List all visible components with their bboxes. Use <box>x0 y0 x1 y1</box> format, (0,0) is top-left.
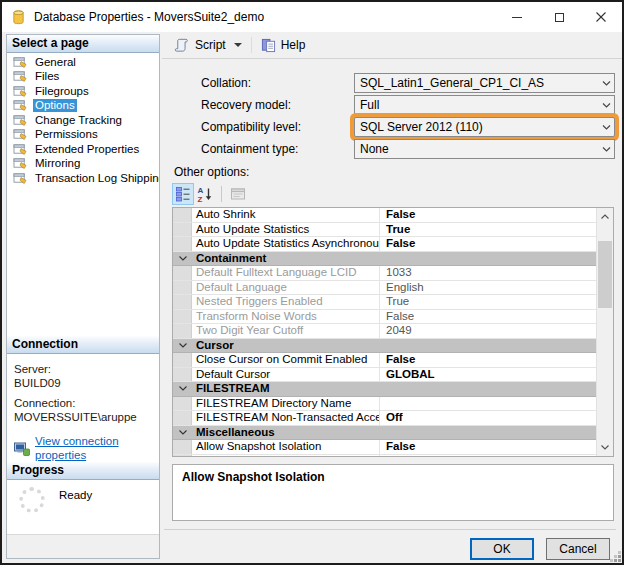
minimize-icon <box>512 17 522 18</box>
chevron-down-icon[interactable] <box>173 339 192 353</box>
scroll-up-button[interactable] <box>597 209 613 224</box>
grid-property-row[interactable]: Default Cursor GLOBAL <box>173 368 596 383</box>
page-icon <box>13 70 28 83</box>
description-panel: Allow Snapshot Isolation <box>172 464 614 521</box>
grid-category-row[interactable]: FILESTREAM <box>173 382 596 397</box>
grid-property-row[interactable]: Default Language English <box>173 281 596 296</box>
property-value[interactable]: 1033 <box>380 266 596 280</box>
resize-grip[interactable] <box>618 559 621 562</box>
sidebar-page-item[interactable]: Extended Properties <box>7 142 159 157</box>
property-value[interactable]: Off <box>380 411 596 425</box>
cancel-button[interactable]: Cancel <box>546 538 610 560</box>
main-panel: Script Help Collation: SQL_Latin1_Genera… <box>162 32 622 563</box>
script-button[interactable]: Script <box>168 36 247 55</box>
property-value[interactable]: GLOBAL <box>380 368 596 382</box>
sidebar-page-item[interactable]: Options <box>7 99 159 114</box>
sidebar-page-item[interactable]: Files <box>7 70 159 85</box>
property-value[interactable]: False <box>380 353 596 367</box>
close-icon <box>596 12 606 22</box>
grid-property-row[interactable]: Allow Snapshot Isolation False <box>173 440 596 455</box>
chevron-down-icon[interactable] <box>598 147 614 152</box>
recovery-model-select[interactable]: Full <box>354 95 615 115</box>
grid-property-row[interactable]: Auto Shrink False <box>173 208 596 223</box>
collation-select[interactable]: SQL_Latin1_General_CP1_CI_AS <box>354 73 615 93</box>
progress-header: Progress <box>7 462 159 480</box>
scroll-down-button[interactable] <box>597 440 613 455</box>
sidebar-page-item[interactable]: General <box>7 55 159 70</box>
property-value[interactable]: True <box>380 223 596 237</box>
mini-toolbar-separator <box>221 186 222 202</box>
row-marker <box>173 223 192 237</box>
grid-property-row[interactable]: Auto Update Statistics True <box>173 223 596 238</box>
property-name: Transform Noise Words <box>192 310 380 324</box>
categorized-view-button[interactable] <box>172 183 194 205</box>
maximize-button[interactable] <box>538 2 580 32</box>
view-connection-properties-link[interactable]: View connection properties <box>35 435 159 462</box>
property-value[interactable]: False <box>380 440 596 454</box>
property-value[interactable]: English <box>380 281 596 295</box>
property-value[interactable]: False <box>380 237 596 251</box>
grid-property-row[interactable]: Two Digit Year Cutoff 2049 <box>173 324 596 339</box>
recovery-model-row: Recovery model: Full <box>162 95 622 115</box>
server-value: BUILD09 <box>14 377 159 391</box>
grid-scrollbar[interactable] <box>596 208 613 456</box>
sidebar-footer <box>7 534 159 558</box>
property-value[interactable]: False <box>380 310 596 324</box>
window-controls <box>496 2 622 32</box>
grid-property-row[interactable]: FILESTREAM Directory Name <box>173 397 596 412</box>
compatibility-level-select[interactable]: SQL Server 2012 (110) <box>354 117 615 137</box>
sidebar-page-item[interactable]: Change Tracking <box>7 113 159 128</box>
containment-type-select[interactable]: None <box>354 139 615 159</box>
alphabetical-sort-button[interactable]: AZ <box>194 183 216 205</box>
grid-category-row[interactable]: Containment <box>173 252 596 267</box>
grid-property-row[interactable]: ANSI NULL Default False <box>173 455 596 457</box>
titlebar[interactable]: Database Properties - MoversSuite2_demo <box>2 2 622 32</box>
property-name: FILESTREAM Directory Name <box>192 397 380 411</box>
grid-property-row[interactable]: Auto Update Statistics Asynchronously Fa… <box>173 237 596 252</box>
grid-category-row[interactable]: Cursor <box>173 339 596 354</box>
property-value[interactable] <box>380 397 596 411</box>
chevron-down-icon[interactable] <box>173 426 192 440</box>
grid-property-row[interactable]: Default Fulltext Language LCID 1033 <box>173 266 596 281</box>
window-title: Database Properties - MoversSuite2_demo <box>34 10 264 24</box>
category-name: Cursor <box>192 339 596 353</box>
chevron-down-icon[interactable] <box>598 125 614 130</box>
chevron-down-icon[interactable] <box>173 382 192 396</box>
grid-property-row[interactable]: Close Cursor on Commit Enabled False <box>173 353 596 368</box>
grid-category-row[interactable]: Miscellaneous <box>173 426 596 441</box>
help-button[interactable]: Help <box>256 36 311 55</box>
property-value[interactable]: False <box>380 208 596 222</box>
close-button[interactable] <box>580 2 622 32</box>
sidebar-page-item[interactable]: Permissions <box>7 128 159 143</box>
minimize-button[interactable] <box>496 2 538 32</box>
collation-row: Collation: SQL_Latin1_General_CP1_CI_AS <box>162 73 622 93</box>
chevron-down-icon[interactable] <box>598 81 614 86</box>
description-title: Allow Snapshot Isolation <box>173 465 613 489</box>
toolbar: Script Help <box>162 32 622 59</box>
grid-property-row[interactable]: FILESTREAM Non-Transacted Access Off <box>173 411 596 426</box>
page-icon <box>13 114 28 127</box>
sidebar-page-item[interactable]: Mirroring <box>7 157 159 172</box>
category-name: FILESTREAM <box>192 382 596 396</box>
page-icon <box>13 157 28 170</box>
sidebar-page-item[interactable]: Filegroups <box>7 84 159 99</box>
property-value[interactable]: 2049 <box>380 324 596 338</box>
grid-property-row[interactable]: Transform Noise Words False <box>173 310 596 325</box>
help-label: Help <box>281 38 306 52</box>
scrollbar-thumb[interactable] <box>598 241 612 308</box>
progress-status: Ready <box>59 489 92 501</box>
help-icon <box>261 38 276 53</box>
ok-button[interactable]: OK <box>470 538 534 560</box>
grid-property-row[interactable]: Nested Triggers Enabled True <box>173 295 596 310</box>
sidebar-page-item[interactable]: Transaction Log Shipping <box>7 171 159 186</box>
chevron-down-icon[interactable] <box>173 252 192 266</box>
property-value[interactable]: True <box>380 295 596 309</box>
property-name: Close Cursor on Commit Enabled <box>192 353 380 367</box>
script-dropdown-caret-icon[interactable] <box>234 43 242 47</box>
chevron-down-icon[interactable] <box>598 103 614 108</box>
script-icon <box>173 38 190 53</box>
property-value[interactable]: False <box>380 455 596 457</box>
other-options-label: Other options: <box>174 165 249 179</box>
progress-panel: Ready <box>7 480 159 534</box>
property-pages-icon <box>230 186 246 202</box>
